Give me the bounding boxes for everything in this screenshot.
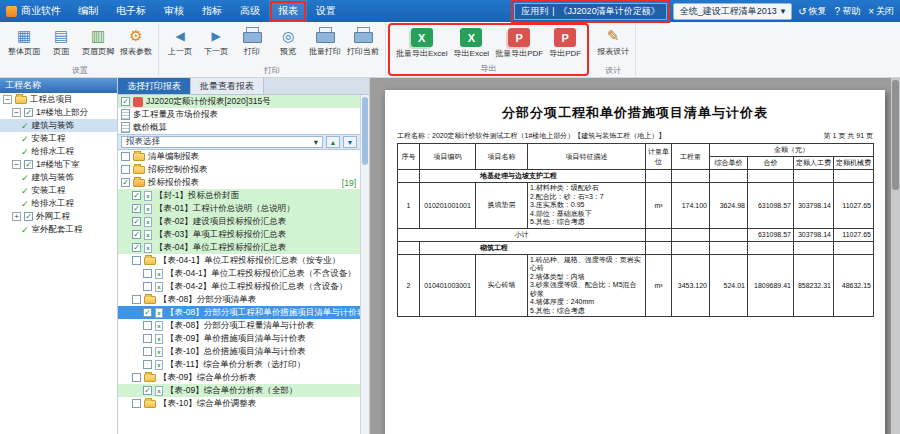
- ribbon-button[interactable]: 页面: [43, 24, 79, 65]
- project-tree-item[interactable]: ✓安装工程: [0, 184, 117, 197]
- row-checkbox[interactable]: [143, 308, 152, 317]
- apply-to-dropdown[interactable]: 应用到 | 《JJ2020清单计价定额》: [514, 3, 666, 20]
- row-checkbox[interactable]: [143, 347, 152, 356]
- ribbon-button[interactable]: 批量打印: [306, 24, 344, 65]
- close-button[interactable]: ×关闭: [868, 5, 894, 18]
- row-checkbox[interactable]: [143, 269, 152, 278]
- project-tree-item[interactable]: ✓安装工程: [0, 132, 117, 145]
- menubar-item[interactable]: 电子标: [107, 0, 155, 22]
- report-tab[interactable]: 选择打印报表: [118, 78, 191, 94]
- ribbon-button[interactable]: 批量导出PDF: [492, 26, 546, 63]
- project-tree-item[interactable]: ✓建筑与装饰: [0, 119, 117, 132]
- project-tree-item[interactable]: −1#楼地下室: [0, 158, 117, 171]
- row-checkbox[interactable]: [132, 243, 141, 252]
- row-checkbox[interactable]: [132, 373, 141, 382]
- row-checkbox[interactable]: [143, 360, 152, 369]
- collapse-icon[interactable]: −: [3, 95, 12, 104]
- project-tree-item[interactable]: ✓给排水工程: [0, 197, 117, 210]
- ribbon-button[interactable]: 打印当前: [344, 24, 382, 65]
- ribbon-button[interactable]: 预览: [270, 24, 306, 65]
- row-checkbox[interactable]: [24, 212, 33, 221]
- row-checkbox[interactable]: [143, 321, 152, 330]
- report-item-row[interactable]: 【表-04-2】单位工程投标报价汇总表（含设备）: [118, 280, 360, 293]
- menubar-item[interactable]: 高级: [231, 0, 269, 22]
- row-checkbox[interactable]: [143, 282, 152, 291]
- report-cell: [748, 241, 794, 254]
- report-item-row[interactable]: 【表-01】工程计价总说明（总说明）: [118, 202, 360, 215]
- report-item-row[interactable]: 【表-08】分部分项工程量清单与计价表: [118, 319, 360, 332]
- report-item-row[interactable]: 【表-04-1】单位工程投标报价汇总表（不含设备）: [118, 267, 360, 280]
- report-item-row[interactable]: 【表-11】综合单价分析表（选打印）: [118, 358, 360, 371]
- menubar-item[interactable]: 编制: [69, 0, 107, 22]
- collapse-icon[interactable]: −: [12, 108, 21, 117]
- report-folder-row[interactable]: 清单编制报表: [118, 150, 360, 163]
- row-checkbox[interactable]: [143, 334, 152, 343]
- restore-button[interactable]: ↺恢复: [798, 5, 826, 18]
- report-item-row[interactable]: 【封-1】投标总价封面: [118, 189, 360, 202]
- help-button[interactable]: ?帮助: [835, 5, 861, 18]
- ribbon-button[interactable]: 报表设计: [594, 24, 632, 65]
- report-item-row[interactable]: 【表-03】单项工程投标报价汇总表: [118, 228, 360, 241]
- row-checkbox[interactable]: [121, 165, 130, 174]
- menubar-item[interactable]: 审核: [155, 0, 193, 22]
- project-tree-item[interactable]: −工程总项目: [0, 93, 117, 106]
- report-set-row[interactable]: 多工程量及市场价报表: [118, 108, 360, 121]
- report-item-row[interactable]: 【表-02】建设项目投标报价汇总表: [118, 215, 360, 228]
- ribbon-button[interactable]: 页眉页脚: [79, 24, 117, 65]
- project-tree-item[interactable]: +外网工程: [0, 210, 117, 223]
- report-item-row[interactable]: 【表-10】总价措施项目清单与计价表: [118, 345, 360, 358]
- report-folder-row[interactable]: 投标报价报表[19]: [118, 176, 360, 189]
- report-folder-row[interactable]: 【表-04-1】单位工程投标报价汇总表（按专业）: [118, 254, 360, 267]
- row-checkbox[interactable]: [132, 230, 141, 239]
- report-set-row[interactable]: 载价概算: [118, 121, 360, 134]
- preview-scrollbar[interactable]: [891, 78, 900, 434]
- menubar-item[interactable]: 指标: [193, 0, 231, 22]
- row-checkbox[interactable]: [24, 108, 33, 117]
- project-tree-item[interactable]: ✓建筑与装饰: [0, 171, 117, 184]
- ribbon-button[interactable]: 导出PDF: [546, 26, 584, 63]
- expand-icon[interactable]: +: [12, 212, 21, 221]
- row-checkbox[interactable]: [143, 386, 152, 395]
- row-checkbox[interactable]: [132, 295, 141, 304]
- row-checkbox[interactable]: [24, 160, 33, 169]
- report-item-row[interactable]: 【表-08】分部分项工程和单价措施项目清单与计价表: [118, 306, 360, 319]
- ribbon-button[interactable]: 报表参数: [117, 24, 155, 65]
- report-list-scrollbar[interactable]: [360, 95, 369, 434]
- report-item-row[interactable]: 【表-09】单价措施项目清单与计价表: [118, 332, 360, 345]
- report-template-dropdown[interactable]: 全统_建设工程清单2013 ▾: [673, 3, 793, 20]
- move-up-button[interactable]: ▲: [326, 136, 340, 148]
- menubar-item[interactable]: 设置: [307, 0, 345, 22]
- row-checkbox[interactable]: [132, 204, 141, 213]
- ribbon-button[interactable]: 上一页: [162, 24, 198, 65]
- report-set-row[interactable]: JJ2020定额计价报表[2020]315号: [118, 95, 360, 108]
- row-checkbox[interactable]: [121, 152, 130, 161]
- project-tree-item[interactable]: ✓室外配套工程: [0, 223, 117, 236]
- report-folder-row[interactable]: 【表-09】综合单价分析表: [118, 371, 360, 384]
- row-checkbox[interactable]: [132, 191, 141, 200]
- ribbon-button[interactable]: 导出Excel: [451, 26, 493, 63]
- collapse-icon[interactable]: −: [12, 160, 21, 169]
- ribbon-button[interactable]: 批量导出Excel: [393, 26, 451, 63]
- scrollbar-thumb[interactable]: [892, 80, 899, 190]
- report-tab[interactable]: 批量查看报表: [191, 78, 264, 94]
- report-item-row[interactable]: 【表-04】单位工程投标报价汇总表: [118, 241, 360, 254]
- report-folder-row[interactable]: 【表-10】综合单价调整表: [118, 397, 360, 410]
- ribbon-button[interactable]: 打印: [234, 24, 270, 65]
- ribbon-group: 上一页下一页打印预览批量打印打印当前打印: [159, 23, 386, 76]
- row-checkbox[interactable]: [132, 217, 141, 226]
- project-tree-item[interactable]: ✓给排水工程: [0, 145, 117, 158]
- scrollbar-thumb[interactable]: [362, 97, 368, 165]
- row-checkbox[interactable]: [121, 97, 130, 106]
- ribbon-button[interactable]: 整体页面: [5, 24, 43, 65]
- row-checkbox[interactable]: [132, 256, 141, 265]
- report-folder-row[interactable]: 招标控制价报表: [118, 163, 360, 176]
- report-item-row[interactable]: 【表-09】综合单价分析表（全部）: [118, 384, 360, 397]
- move-down-button[interactable]: ▼: [343, 136, 357, 148]
- report-folder-row[interactable]: 【表-08】分部分项清单表: [118, 293, 360, 306]
- project-tree-item[interactable]: −1#楼地上部分: [0, 106, 117, 119]
- row-checkbox[interactable]: [121, 178, 130, 187]
- row-checkbox[interactable]: [132, 399, 141, 408]
- ribbon-button[interactable]: 下一页: [198, 24, 234, 65]
- report-filter-select[interactable]: 报表选择 ▾: [121, 136, 323, 148]
- menubar-item[interactable]: 报表: [269, 0, 307, 22]
